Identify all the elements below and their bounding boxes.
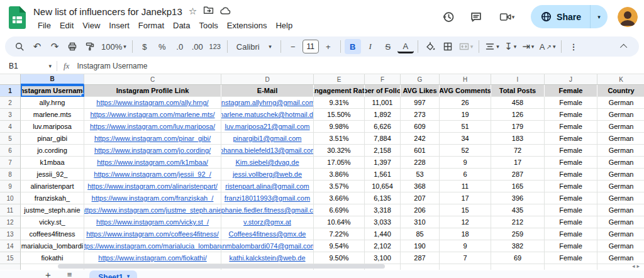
cell[interactable]: 206: [401, 204, 440, 216]
menu-insert[interactable]: Insert: [104, 19, 134, 32]
cell[interactable]: johanna.bielefeld13@gmail.com: [221, 145, 314, 157]
cell[interactable]: 51: [440, 121, 491, 133]
cell-link[interactable]: https://www.instagram.com/justme_steph.a…: [84, 206, 221, 214]
cell[interactable]: ristenpart.alina@gmail.com: [221, 181, 314, 192]
formula-input[interactable]: Instagram Username: [77, 62, 147, 70]
cell[interactable]: v.storz@gmx.at: [221, 216, 314, 228]
text-rotation-icon[interactable]: A↗▾: [538, 39, 558, 54]
column-header-E[interactable]: E: [314, 74, 365, 85]
strikethrough-button[interactable]: S: [380, 39, 396, 54]
cell[interactable]: Kim.siebel@dvag.de: [221, 157, 314, 169]
cell[interactable]: 6,135: [365, 192, 401, 204]
cell[interactable]: kathi.kalckstein@web.de: [221, 252, 314, 264]
comments-icon[interactable]: [464, 6, 488, 28]
cell[interactable]: [440, 264, 491, 270]
cell[interactable]: https://www.instagram.com/pinar_gibi/: [84, 133, 221, 145]
cell[interactable]: German: [597, 169, 644, 181]
cell[interactable]: 6: [440, 169, 491, 181]
cell[interactable]: Female: [545, 252, 597, 264]
cell[interactable]: franziskah_: [21, 192, 84, 204]
cell[interactable]: https://www.instagram.com/luv.mariposa/: [84, 121, 221, 133]
header-cell[interactable]: Instagram Profile Link: [84, 85, 221, 97]
cell[interactable]: 3.57%: [314, 181, 365, 192]
print-icon[interactable]: [64, 39, 80, 54]
cell[interactable]: 183: [491, 133, 545, 145]
account-avatar[interactable]: [618, 7, 638, 27]
cell-link[interactable]: https://www.instagram.com/franziskah_/: [92, 194, 214, 202]
row-header-8[interactable]: 8: [0, 169, 21, 181]
cell[interactable]: 15: [440, 204, 491, 216]
menu-data[interactable]: Data: [169, 19, 194, 32]
cell[interactable]: https://www.instagram.com/justme_steph.a…: [84, 204, 221, 216]
cell[interactable]: https://www.instagram.com/jo.cording/: [84, 145, 221, 157]
cell[interactable]: https://www.instagram.com/marlene.mts/: [84, 109, 221, 121]
header-cell[interactable]: Number of Followers: [365, 85, 401, 97]
row-header-1[interactable]: 1: [0, 85, 21, 97]
cell[interactable]: https://www.instagram.com/alinaristenpar…: [84, 181, 221, 192]
cell-link[interactable]: https://www.instagram.com/coffees4fitnes…: [86, 230, 219, 238]
cell-link[interactable]: ristenpart.alina@gmail.com: [225, 182, 309, 190]
cell-link[interactable]: instagram.allyhrng@gmail.com: [221, 99, 314, 106]
cell[interactable]: k1mbaa: [21, 157, 84, 169]
cell[interactable]: 15.50%: [314, 109, 365, 121]
header-cell[interactable]: AVG Comments: [440, 85, 491, 97]
cell[interactable]: pinargibi1@gmail.com: [221, 133, 314, 145]
cell[interactable]: 3.86%: [314, 169, 365, 181]
cell-link[interactable]: https://www.instagram.com/fiokathi/: [98, 254, 206, 262]
cell[interactable]: German: [597, 192, 644, 204]
cell-link[interactable]: marlene.matuschek@hotmail.de: [221, 111, 314, 118]
column-header-B[interactable]: B: [21, 74, 84, 85]
cell[interactable]: 18: [440, 228, 491, 240]
cell[interactable]: ally.hrng: [21, 97, 84, 109]
cell[interactable]: Female: [545, 181, 597, 192]
cell[interactable]: 242: [401, 133, 440, 145]
cell[interactable]: instagram.allyhrng@gmail.com: [221, 97, 314, 109]
merge-cells-icon[interactable]: ▾: [457, 39, 475, 54]
sheet-tab-sheet1[interactable]: Sheet1 ▾: [89, 270, 137, 278]
cell[interactable]: 30.32%: [314, 145, 365, 157]
cell[interactable]: luv.mariposa: [21, 121, 84, 133]
borders-icon[interactable]: [440, 39, 456, 54]
cell-link[interactable]: https://www.instagram.com/jessii_92_/: [94, 170, 211, 178]
cell[interactable]: luv.mariposa21@gmail.com: [221, 121, 314, 133]
cell-link[interactable]: kathi.kalckstein@web.de: [229, 254, 305, 262]
cell[interactable]: 9.31%: [314, 97, 365, 109]
cell-link[interactable]: https://www.instagram.com/marlene.mts/: [90, 111, 214, 118]
column-header-G[interactable]: G: [401, 74, 440, 85]
row-header-16[interactable]: [0, 264, 21, 270]
star-icon[interactable]: ☆: [189, 6, 197, 16]
increase-font-size-button[interactable]: +: [320, 39, 336, 54]
sheets-logo-icon[interactable]: [9, 6, 26, 31]
cell[interactable]: 3,100: [365, 252, 401, 264]
share-dropdown-caret[interactable]: ▾: [590, 5, 608, 28]
cell[interactable]: 6.69%: [314, 204, 365, 216]
header-cell[interactable]: E-Mail: [221, 85, 314, 97]
cell-link[interactable]: jessi.vollberg@web.de: [233, 170, 302, 178]
cell[interactable]: 207: [401, 192, 440, 204]
column-header-C[interactable]: C: [84, 74, 221, 85]
cell[interactable]: jo.cording: [21, 145, 84, 157]
row-header-5[interactable]: 5: [0, 133, 21, 145]
horizontal-align-icon[interactable]: ▾: [483, 39, 501, 54]
cell[interactable]: 6,626: [365, 121, 401, 133]
cell-link[interactable]: franzi18011993@gmail.com: [225, 194, 310, 202]
cell[interactable]: Female: [545, 157, 597, 169]
cell[interactable]: Female: [545, 240, 597, 252]
column-header-D[interactable]: D: [221, 74, 314, 85]
zoom-select[interactable]: 100%▾: [99, 39, 128, 54]
cell[interactable]: [545, 264, 597, 270]
search-icon[interactable]: [11, 39, 28, 54]
meet-dropdown-caret[interactable]: ▾: [512, 14, 515, 20]
decrease-font-size-button[interactable]: −: [285, 39, 301, 54]
grid-corner[interactable]: [0, 74, 21, 85]
cell[interactable]: anmbalombardi074@gmail.com: [221, 240, 314, 252]
cell[interactable]: 259: [491, 228, 545, 240]
text-color-button[interactable]: A: [397, 41, 414, 53]
menu-file[interactable]: File: [33, 19, 55, 32]
add-sheet-icon[interactable]: +: [45, 270, 51, 278]
cell[interactable]: 1,397: [365, 157, 401, 169]
menu-tools[interactable]: Tools: [194, 19, 222, 32]
cell[interactable]: German: [597, 97, 644, 109]
more-toolbar-options-icon[interactable]: ⋮: [565, 39, 582, 54]
cell[interactable]: https://www.instagram.com/k1mbaa/: [84, 157, 221, 169]
